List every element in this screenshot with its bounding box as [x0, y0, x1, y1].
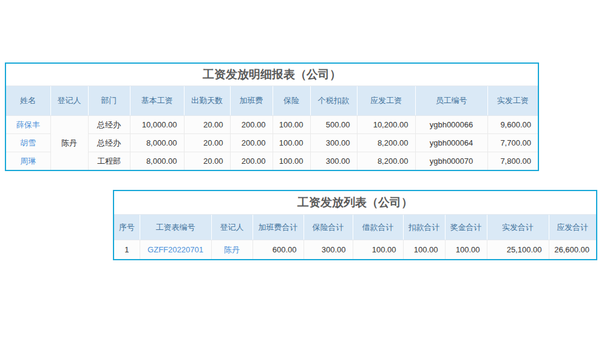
insurance-cell: 100.00: [273, 116, 310, 134]
gross-pay-cell: 10,200.00: [357, 116, 415, 134]
base-salary-cell: 10,000.00: [130, 116, 184, 134]
col-header-seq: 序号: [114, 215, 140, 240]
employee-id-cell: ygbh000066: [415, 116, 487, 134]
payroll-list-panel: 工资发放列表（公司） 序号 工资表编号 登记人 加班费合计 保险合计 借款合计 …: [113, 190, 597, 260]
payroll-list-title: 工资发放列表（公司）: [114, 191, 596, 214]
col-header-insurance-total: 保险合计: [304, 215, 353, 240]
col-header-loan-total: 借款合计: [353, 215, 403, 240]
table-row: 薛保丰 陈丹 总经办 10,000.00 20.00 200.00 100.00…: [6, 116, 538, 134]
bonus-total-cell: 100.00: [445, 240, 487, 260]
col-header-registrar: 登记人: [50, 86, 88, 116]
department-cell: 总经办: [88, 116, 130, 134]
col-header-overtime-pay: 加班费: [230, 86, 273, 116]
net-pay-cell: 9,600.00: [487, 116, 538, 134]
col-header-tax-deduction: 个税扣款: [310, 86, 357, 116]
detail-report-header-row: 姓名 登记人 部门 基本工资 出勤天数 加班费 保险 个税扣款 应发工资 员工编…: [6, 86, 538, 116]
gross-pay-cell: 8,200.00: [357, 134, 415, 152]
col-header-department: 部门: [88, 86, 130, 116]
col-header-bonus-total: 奖金合计: [445, 215, 487, 240]
insurance-total-cell: 300.00: [304, 240, 353, 260]
overtime-pay-cell: 200.00: [230, 116, 273, 134]
col-header-registrar: 登记人: [211, 215, 253, 240]
col-header-insurance: 保险: [273, 86, 310, 116]
insurance-cell: 100.00: [273, 134, 310, 152]
gross-pay-cell: 8,200.00: [357, 152, 415, 170]
col-header-attendance-days: 出勤天数: [184, 86, 230, 116]
overtime-total-cell: 600.00: [253, 240, 304, 260]
col-header-net-pay: 实发工资: [487, 86, 538, 116]
tax-deduction-cell: 500.00: [310, 116, 357, 134]
base-salary-cell: 8,000.00: [130, 134, 184, 152]
registrar-link[interactable]: 陈丹: [211, 240, 253, 260]
employee-id-cell: ygbh000064: [415, 134, 487, 152]
base-salary-cell: 8,000.00: [130, 152, 184, 170]
col-header-deduction-total: 扣款合计: [403, 215, 445, 240]
col-header-overtime-total: 加班费合计: [253, 215, 304, 240]
payroll-list-header-row: 序号 工资表编号 登记人 加班费合计 保险合计 借款合计 扣款合计 奖金合计 实…: [114, 215, 596, 240]
loan-total-cell: 100.00: [353, 240, 403, 260]
detail-report-title: 工资发放明细报表（公司）: [6, 64, 538, 86]
detail-report-panel: 工资发放明细报表（公司） 姓名 登记人 部门 基本工资 出勤天数 加班费 保险 …: [5, 62, 539, 171]
department-cell: 总经办: [88, 134, 130, 152]
col-header-gross-total: 应发合计: [549, 215, 596, 240]
col-header-payroll-no: 工资表编号: [140, 215, 211, 240]
detail-report-table: 姓名 登记人 部门 基本工资 出勤天数 加班费 保险 个税扣款 应发工资 员工编…: [6, 86, 538, 170]
col-header-gross-pay: 应发工资: [357, 86, 415, 116]
employee-name-link[interactable]: 胡雪: [6, 134, 50, 152]
overtime-pay-cell: 200.00: [230, 134, 273, 152]
attendance-days-cell: 20.00: [184, 116, 230, 134]
net-total-cell: 25,100.00: [487, 240, 549, 260]
overtime-pay-cell: 200.00: [230, 152, 273, 170]
col-header-name: 姓名: [6, 86, 50, 116]
registrar-cell: 陈丹: [50, 116, 88, 170]
employee-name-link[interactable]: 薛保丰: [6, 116, 50, 134]
payroll-list-table: 序号 工资表编号 登记人 加班费合计 保险合计 借款合计 扣款合计 奖金合计 实…: [114, 214, 596, 259]
employee-name-link[interactable]: 周琳: [6, 152, 50, 170]
employee-id-cell: ygbh000070: [415, 152, 487, 170]
tax-deduction-cell: 300.00: [310, 152, 357, 170]
net-pay-cell: 7,800.00: [487, 152, 538, 170]
seq-cell: 1: [114, 240, 140, 260]
insurance-cell: 100.00: [273, 152, 310, 170]
deduction-total-cell: 100.00: [403, 240, 445, 260]
gross-total-cell: 26,600.00: [549, 240, 596, 260]
table-row: 1 GZFF20220701 陈丹 600.00 300.00 100.00 1…: [114, 240, 596, 260]
attendance-days-cell: 20.00: [184, 152, 230, 170]
col-header-employee-id: 员工编号: [415, 86, 487, 116]
department-cell: 工程部: [88, 152, 130, 170]
attendance-days-cell: 20.00: [184, 134, 230, 152]
col-header-net-total: 实发合计: [487, 215, 549, 240]
payroll-no-link[interactable]: GZFF20220701: [140, 240, 211, 260]
col-header-base-salary: 基本工资: [130, 86, 184, 116]
tax-deduction-cell: 300.00: [310, 134, 357, 152]
net-pay-cell: 7,700.00: [487, 134, 538, 152]
